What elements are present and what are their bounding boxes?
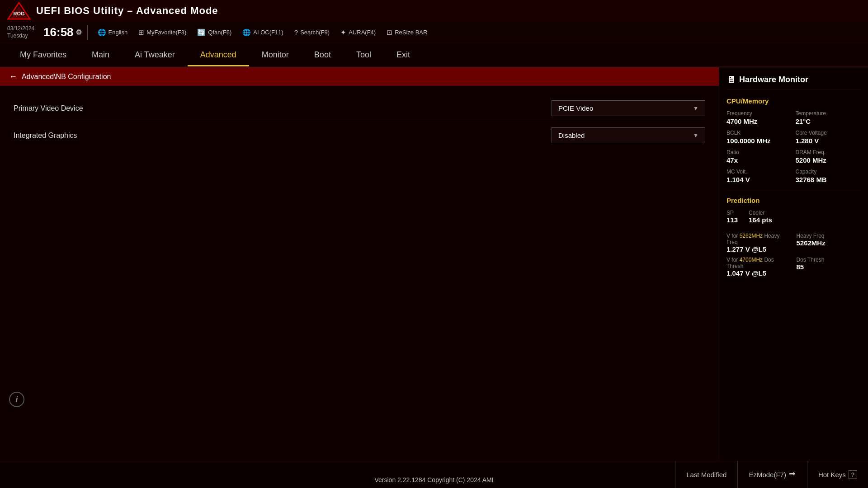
myfavorite-btn[interactable]: ⊞ MyFavorite(F3) bbox=[134, 27, 191, 38]
v-5262-row: V for 5262MHz Heavy Freq 1.277 V @L5 Hea… bbox=[726, 233, 861, 253]
footer-actions: Last Modified EzMode(F7) ⮕ Hot Keys ? bbox=[675, 461, 868, 488]
integrated-graphics-dropdown[interactable]: Disabled ▼ bbox=[552, 127, 705, 143]
monitor-divider bbox=[726, 191, 861, 191]
mc-volt-value: 1.104 V bbox=[726, 176, 792, 183]
capacity-value: 32768 MB bbox=[796, 176, 861, 183]
toolbar: 03/12/2024 Tuesday 16:58 ⚙ 🌐 English ⊞ M… bbox=[0, 22, 868, 43]
cpu-memory-grid: Frequency 4700 MHz Temperature 21°C BCLK… bbox=[726, 110, 861, 183]
rog-logo: ROG bbox=[7, 2, 31, 20]
nav-monitor[interactable]: Monitor bbox=[249, 43, 302, 66]
nav-ai-tweaker[interactable]: Ai Tweaker bbox=[122, 43, 188, 66]
ai-oc-btn[interactable]: 🌐 AI OC(F11) bbox=[238, 27, 288, 38]
last-modified-label: Last Modified bbox=[686, 471, 726, 479]
v-5262-label: V for 5262MHz Heavy Freq bbox=[726, 233, 791, 245]
dram-freq-item: DRAM Freq. 5200 MHz bbox=[796, 149, 861, 164]
ez-mode-label: EzMode(F7) bbox=[749, 471, 786, 479]
core-voltage-label: Core Voltage bbox=[796, 130, 861, 136]
cooler-label: Cooler bbox=[749, 210, 772, 216]
nav-tool[interactable]: Tool bbox=[344, 43, 384, 66]
dropdown-arrow-2-icon: ▼ bbox=[693, 132, 698, 139]
primary-video-dropdown[interactable]: PCIE Video ▼ bbox=[552, 100, 705, 116]
fan-icon: 🔄 bbox=[197, 28, 206, 37]
prediction-section-title: Prediction bbox=[726, 197, 861, 204]
cooler-value: 164 pts bbox=[749, 216, 772, 224]
mc-volt-item: MC Volt. 1.104 V bbox=[726, 169, 792, 183]
ez-mode-arrow-icon: ⮕ bbox=[789, 470, 796, 479]
mc-volt-label: MC Volt. bbox=[726, 169, 792, 175]
hardware-monitor-panel: 🖥 Hardware Monitor CPU/Memory Frequency … bbox=[719, 67, 868, 461]
search-icon: ? bbox=[294, 28, 298, 36]
setting-row-primary-video: Primary Video Device PCIE Video ▼ bbox=[14, 95, 705, 122]
back-arrow-icon[interactable]: ← bbox=[9, 72, 17, 81]
breadcrumb-bar: ← Advanced\NB Configuration bbox=[0, 67, 719, 86]
cooler-item: Cooler 164 pts bbox=[749, 210, 772, 224]
frequency-item: Frequency 4700 MHz bbox=[726, 110, 792, 125]
settings-gear-icon[interactable]: ⚙ bbox=[75, 28, 82, 37]
dropdown-arrow-icon: ▼ bbox=[693, 105, 698, 112]
frequency-value: 4700 MHz bbox=[726, 117, 792, 125]
info-icon[interactable]: i bbox=[9, 392, 24, 407]
sp-value: 113 bbox=[726, 216, 738, 224]
time-value: 16:58 bbox=[43, 25, 74, 39]
title-bar: ROG UEFI BIOS Utility – Advanced Mode bbox=[0, 0, 868, 22]
nav-my-favorites[interactable]: My Favorites bbox=[7, 43, 79, 66]
hw-monitor-title-text: Hardware Monitor bbox=[739, 75, 808, 84]
primary-video-control: PCIE Video ▼ bbox=[552, 100, 705, 116]
v-4700-row: V for 4700MHz Dos Thresh 1.047 V @L5 Dos… bbox=[726, 257, 861, 277]
resize-bar-btn[interactable]: ⊡ ReSize BAR bbox=[382, 27, 432, 38]
prediction-sp-cooler: SP 113 Cooler 164 pts bbox=[726, 210, 861, 228]
nav-advanced[interactable]: Advanced bbox=[188, 43, 249, 66]
monitor-icon: 🖥 bbox=[726, 75, 736, 85]
ai-icon: 🌐 bbox=[242, 28, 251, 37]
datetime: 03/12/2024 Tuesday bbox=[7, 25, 34, 39]
nav-main[interactable]: Main bbox=[79, 43, 122, 66]
frequency-label: Frequency bbox=[726, 110, 792, 117]
time-display: 16:58 ⚙ bbox=[43, 25, 82, 39]
core-voltage-value: 1.280 V bbox=[796, 137, 861, 145]
bclk-label: BCLK bbox=[726, 130, 792, 136]
hot-keys-label: Hot Keys bbox=[818, 471, 846, 479]
heavy-freq-value: 5262MHz bbox=[797, 239, 861, 247]
language-label: English bbox=[108, 29, 128, 36]
integrated-graphics-label: Integrated Graphics bbox=[14, 131, 77, 140]
ez-mode-btn[interactable]: EzMode(F7) ⮕ bbox=[737, 461, 807, 488]
aura-btn[interactable]: ✦ AURA(F4) bbox=[336, 27, 380, 38]
bclk-value: 100.0000 MHz bbox=[726, 137, 792, 145]
last-modified-btn[interactable]: Last Modified bbox=[675, 461, 737, 488]
resize-icon: ⊡ bbox=[387, 28, 392, 37]
nav-boot[interactable]: Boot bbox=[302, 43, 344, 66]
myfavorite-label: MyFavorite(F3) bbox=[146, 29, 186, 36]
capacity-item: Capacity 32768 MB bbox=[796, 169, 861, 183]
hot-keys-icon: ? bbox=[849, 470, 857, 479]
primary-video-label: Primary Video Device bbox=[14, 104, 83, 113]
header: ROG UEFI BIOS Utility – Advanced Mode 03… bbox=[0, 0, 868, 67]
dos-thresh-value: 85 bbox=[797, 263, 861, 271]
version-text: Version 2.22.1284 Copyright (C) 2024 AMI bbox=[374, 476, 493, 483]
settings-area: Primary Video Device PCIE Video ▼ Integr… bbox=[0, 86, 719, 461]
capacity-label: Capacity bbox=[796, 169, 861, 175]
ratio-value: 47x bbox=[726, 156, 792, 164]
v-4700-label: V for 4700MHz Dos Thresh bbox=[726, 257, 791, 269]
qfan-label: Qfan(F6) bbox=[208, 29, 231, 36]
ai-oc-label: AI OC(F11) bbox=[253, 29, 283, 36]
integrated-graphics-value: Disabled bbox=[558, 131, 585, 139]
breadcrumb: Advanced\NB Configuration bbox=[22, 73, 111, 81]
search-btn[interactable]: ? Search(F9) bbox=[290, 27, 334, 38]
app-title: UEFI BIOS Utility – Advanced Mode bbox=[36, 5, 218, 17]
main-layout: ← Advanced\NB Configuration Primary Vide… bbox=[0, 67, 868, 461]
primary-video-value: PCIE Video bbox=[558, 104, 593, 112]
content-area: ← Advanced\NB Configuration Primary Vide… bbox=[0, 67, 719, 461]
dram-freq-label: DRAM Freq. bbox=[796, 149, 861, 155]
language-btn[interactable]: 🌐 English bbox=[93, 27, 132, 38]
search-label: Search(F9) bbox=[300, 29, 330, 36]
dos-thresh-label: Dos Thresh bbox=[797, 257, 861, 263]
hot-keys-btn[interactable]: Hot Keys ? bbox=[807, 461, 868, 488]
heavy-freq-label: Heavy Freq bbox=[797, 233, 861, 239]
temperature-item: Temperature 21°C bbox=[796, 110, 861, 125]
ratio-label: Ratio bbox=[726, 149, 792, 155]
qfan-btn[interactable]: 🔄 Qfan(F6) bbox=[193, 27, 236, 38]
nav-exit[interactable]: Exit bbox=[384, 43, 423, 66]
aura-icon: ✦ bbox=[340, 28, 346, 37]
v-4700-volt: 1.047 V @L5 bbox=[726, 269, 791, 277]
resize-bar-label: ReSize BAR bbox=[395, 29, 427, 36]
